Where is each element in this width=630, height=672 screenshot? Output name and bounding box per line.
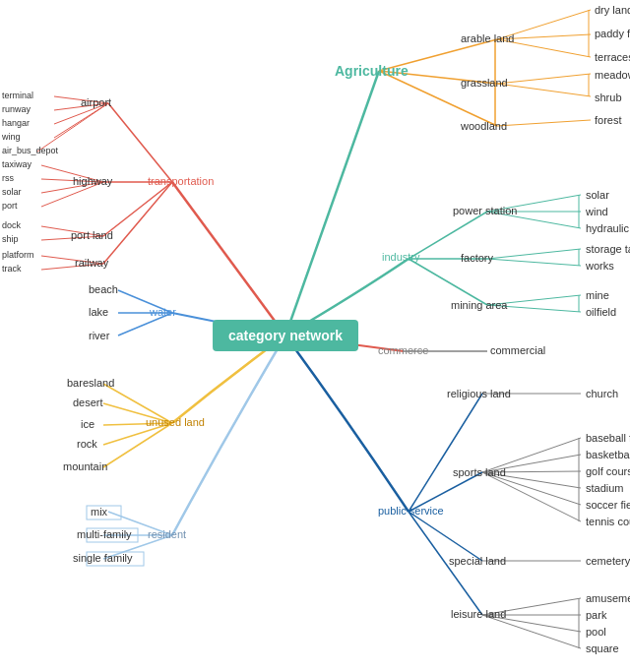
stadium-label: stadium	[586, 482, 624, 494]
agriculture-label: Agriculture	[335, 63, 409, 79]
mind-map-canvas: category network Agriculture arable land…	[0, 0, 630, 672]
multi-family-label: multi-family	[77, 528, 132, 540]
svg-line-67	[482, 615, 581, 648]
ship-label: ship	[2, 234, 19, 244]
svg-line-16	[409, 259, 487, 305]
meadow-label: meadow	[595, 69, 630, 81]
single-family-label: single family	[73, 552, 133, 564]
port2-label: port	[2, 201, 18, 211]
track-label: track	[2, 264, 22, 274]
golf-course-label: golf course	[586, 465, 630, 477]
solar-label: solar	[586, 189, 609, 201]
cemetery-label: cemetery	[586, 555, 630, 567]
storage-tank-label: storage tank	[586, 243, 630, 255]
tennis-court-label: tennis court	[586, 516, 630, 527]
grassland-label: grassland	[461, 77, 508, 89]
desert-label: desert	[73, 397, 103, 408]
port-land-label: port land	[71, 229, 113, 241]
dock-label: dock	[2, 220, 21, 230]
svg-line-6	[497, 84, 591, 96]
oilfield-label: oilfield	[586, 306, 616, 318]
church-label: church	[586, 388, 618, 399]
baseball-field-label: baseball field	[586, 432, 630, 444]
terraces-label: terraces	[595, 51, 630, 63]
woodland-label: woodland	[461, 120, 507, 132]
platform-label: platform	[2, 250, 34, 260]
basketball-field-label: basketball field	[586, 449, 630, 460]
highway-label: highway	[73, 175, 112, 187]
svg-line-15	[487, 259, 581, 266]
pool-label: pool	[586, 626, 606, 638]
svg-line-60	[482, 472, 581, 521]
taxiway-label: taxiway	[2, 159, 32, 169]
wing-label: wing	[2, 132, 21, 142]
wind-label: wind	[586, 206, 608, 217]
public-service-label: public service	[378, 505, 444, 517]
transportation-label: transportation	[148, 175, 214, 187]
baresland-label: baresland	[67, 377, 114, 389]
svg-line-21	[103, 182, 172, 236]
industry-label: industry	[382, 251, 420, 263]
power-station-label: power station	[453, 205, 517, 216]
mountain-label: mountain	[63, 460, 107, 472]
paddy-fields-label: paddy fields	[595, 28, 630, 39]
railway-label: railway	[75, 257, 108, 269]
ice-label: ice	[81, 418, 94, 430]
park-label: park	[586, 609, 606, 621]
runway-label: runway	[2, 104, 31, 114]
forest-label: forest	[595, 114, 622, 126]
river-label: river	[89, 330, 109, 341]
airport-label: airport	[81, 96, 111, 108]
air-bus-depot-label: air_bus_depot	[2, 146, 58, 155]
amusement-park-label: amusement park	[586, 592, 630, 604]
mix-label: mix	[91, 506, 107, 518]
resident-label: resident	[148, 528, 186, 540]
works-label: works	[586, 260, 614, 272]
hydraulic-label: hydraulic	[586, 222, 629, 234]
svg-line-45	[103, 423, 172, 467]
leisure-land-label: leisure land	[451, 608, 506, 620]
mine-label: mine	[586, 289, 609, 301]
svg-line-22	[103, 182, 172, 264]
arable-land-label: arable land	[461, 32, 514, 44]
terminal-label: terminal	[2, 91, 33, 100]
svg-line-14	[487, 249, 581, 259]
special-land-label: special land	[449, 555, 506, 567]
svg-line-27	[37, 103, 108, 152]
svg-line-61	[409, 512, 482, 561]
commerce-label: commerce	[378, 344, 428, 356]
svg-line-19	[108, 103, 172, 182]
svg-line-52	[409, 394, 482, 512]
rock-label: rock	[77, 438, 97, 450]
rss-label: rss	[2, 173, 14, 183]
square-label: square	[586, 642, 619, 654]
religious-land-label: religious land	[447, 388, 511, 399]
lake-label: lake	[89, 306, 108, 318]
commercial-label: commercial	[490, 344, 545, 356]
hangar-label: hangar	[2, 118, 30, 128]
unused-land-label: unused land	[146, 416, 205, 428]
factory-label: factory	[461, 252, 493, 264]
svg-line-5	[497, 74, 591, 84]
mining-area-label: mining area	[451, 299, 507, 311]
svg-line-26	[54, 103, 108, 138]
center-node: category network	[213, 320, 358, 351]
beach-label: beach	[89, 283, 118, 295]
sports-land-label: sports land	[453, 466, 506, 478]
soccer-field-label: soccer field	[586, 499, 630, 511]
shrub-label: shrub	[595, 92, 622, 103]
solar2-label: solar	[2, 187, 22, 197]
water-label: water	[150, 306, 176, 318]
dry-land-label: dry land	[595, 4, 630, 16]
svg-line-8	[497, 120, 591, 126]
